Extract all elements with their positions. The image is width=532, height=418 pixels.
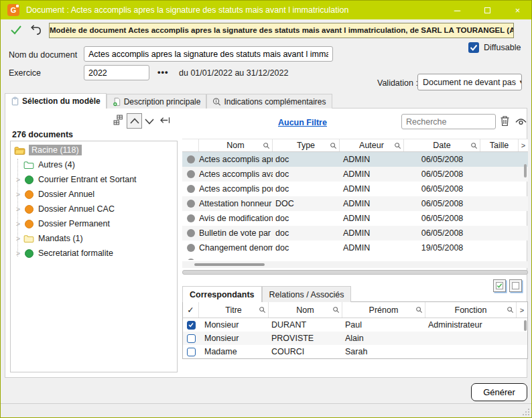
table-row[interactable]: Changement denomin doc ADMIN 19/05/2008	[182, 240, 528, 255]
validation-dropdown[interactable]: Document ne devant pas ▼	[417, 74, 522, 90]
tab-relations-associes[interactable]: Relations / Associés	[262, 286, 352, 302]
validate-button[interactable]	[9, 23, 23, 38]
undo-button[interactable]	[29, 23, 44, 38]
tab-indications-complementaires[interactable]: Indications complémentaires	[206, 94, 332, 109]
tab-description-principale[interactable]: Description principale	[107, 94, 207, 109]
columns-scroll-right-icon[interactable]: >	[519, 139, 528, 151]
tree-item-dossier-permanent[interactable]: > Dossier Permanent	[11, 216, 177, 231]
column-header-nom[interactable]: Nom	[269, 302, 342, 318]
table-row[interactable]: Bulletin de vote par co doc ADMIN 06/05/…	[182, 226, 528, 240]
titlebar: G Document : Actes accomplis apres la si…	[1, 1, 532, 19]
preview-button[interactable]	[515, 117, 527, 128]
documents-table-body: Actes accomplis apres doc ADMIN 06/05/20…	[182, 152, 528, 260]
clear-search-button[interactable]	[500, 115, 510, 129]
tree-expand-icon[interactable]: >	[13, 220, 23, 228]
tree-expand-icon[interactable]: >	[13, 205, 23, 213]
column-header-auteur[interactable]: Auteur	[340, 139, 404, 151]
close-button[interactable]: ×	[503, 1, 532, 19]
filter-link[interactable]: Aucun Filtre	[278, 118, 327, 127]
tree-expand-icon[interactable]: >	[13, 190, 23, 198]
checked-box-icon	[496, 282, 503, 289]
vertical-scrollbar-thumb[interactable]	[524, 320, 527, 331]
tree-expand-icon[interactable]: >	[13, 249, 23, 257]
status-column-header[interactable]	[182, 139, 199, 151]
deselect-all-button[interactable]	[509, 279, 522, 292]
search-icon[interactable]	[259, 306, 266, 314]
statusbar	[1, 404, 532, 418]
check-icon	[9, 24, 23, 36]
search-icon[interactable]	[330, 142, 337, 149]
vertical-scrollbar-thumb[interactable]	[524, 164, 527, 178]
columns-scroll-right-icon[interactable]: >	[517, 302, 527, 318]
document-dialog: G Document : Actes accomplis apres la si…	[0, 0, 532, 418]
move-up-button[interactable]	[127, 113, 142, 129]
column-header-taille[interactable]: Taille	[480, 139, 519, 151]
tree-item-racine[interactable]: Racine (118)	[11, 143, 177, 157]
orange-dot-icon	[25, 205, 34, 214]
column-header-date[interactable]: Date	[404, 139, 480, 151]
maximize-button[interactable]	[472, 1, 503, 19]
search-input[interactable]	[401, 114, 496, 129]
chevron-down-icon: ▼	[519, 79, 522, 85]
correspondent-row[interactable]: Madame COURCI Sarah	[183, 345, 527, 358]
search-icon[interactable]	[332, 306, 340, 314]
green-dot-icon	[25, 176, 34, 184]
tree-item-label: Secretariat formalite	[38, 249, 113, 258]
tab-correspondants[interactable]: Correspondants	[182, 286, 262, 302]
tree-item-autres[interactable]: Autres (4)	[11, 157, 177, 172]
tree-item-courrier[interactable]: > Courrier Entrant et Sortant	[11, 172, 177, 187]
column-header-prenom[interactable]: Prénom	[342, 302, 425, 318]
collapse-all-button[interactable]	[159, 116, 171, 127]
green-dot-icon	[25, 249, 34, 258]
exercise-picker-button[interactable]: •••	[157, 67, 169, 77]
correspondent-row[interactable]: Monsieur PROVISTE Alain	[183, 332, 527, 345]
generate-button[interactable]: Générer	[471, 383, 527, 401]
row-checkbox[interactable]	[187, 334, 196, 343]
panel-splitter[interactable]	[182, 270, 528, 275]
exercise-input[interactable]	[84, 65, 149, 80]
search-icon[interactable]	[415, 306, 423, 314]
row-checkbox-checked[interactable]	[187, 321, 196, 330]
tree-item-label: Dossier Annuel	[38, 190, 94, 199]
organize-tree-button[interactable]	[113, 115, 124, 128]
table-row[interactable]: Actes accomplis apres doc ADMIN 06/05/20…	[182, 152, 528, 167]
tree-expand-icon[interactable]: >	[13, 234, 23, 242]
tree-expand-icon[interactable]: >	[13, 176, 23, 184]
correspondents-tabs: Correspondants Relations / Associés	[182, 286, 351, 302]
tree-item-label: Mandats (1)	[38, 234, 83, 243]
tree-item-dossier-annuel-cac[interactable]: > Dossier Annuel CAC	[11, 202, 177, 216]
tab-selection-du-modele[interactable]: Sélection du modèle	[5, 93, 107, 109]
tree-item-label: Courrier Entrant et Sortant	[38, 175, 137, 184]
tree-item-dossier-annuel[interactable]: > Dossier Annuel	[11, 187, 177, 202]
checkmark-icon	[468, 42, 479, 53]
column-header-nom[interactable]: Nom	[199, 139, 273, 151]
scrollbar-thumb[interactable]	[194, 263, 265, 266]
document-name-label: Nom du document	[9, 50, 77, 60]
row-checkbox[interactable]	[187, 348, 196, 356]
table-row[interactable]: Attestation honneur d DOC ADMIN 06/05/20…	[182, 196, 528, 211]
document-name-input[interactable]	[84, 46, 333, 62]
minimize-button[interactable]: ─	[442, 1, 472, 19]
column-header-type[interactable]: Type	[273, 139, 340, 151]
table-row[interactable]: Actes accomplis avant doc ADMIN 06/05/20…	[182, 167, 528, 182]
move-down-button[interactable]	[145, 117, 154, 127]
correspondent-row[interactable]: Monsieur DURANT Paul Administrateur	[183, 318, 527, 332]
status-dot-icon	[187, 185, 195, 193]
column-header-fonction[interactable]: Fonction	[425, 302, 517, 318]
tab-label: Sélection du modèle	[22, 96, 101, 106]
column-header-titre[interactable]: Titre	[199, 302, 269, 318]
resize-grip[interactable]	[522, 408, 530, 416]
search-icon[interactable]	[263, 142, 270, 149]
table-row[interactable]: Actes accomplis pour doc ADMIN 06/05/200…	[182, 182, 528, 196]
tree-item-secretariat[interactable]: > Secretariat formalite	[11, 246, 177, 261]
horizontal-scrollbar[interactable]	[182, 261, 528, 268]
tree-item-mandats[interactable]: > Mandats (1)	[11, 231, 177, 246]
search-icon[interactable]	[507, 306, 514, 314]
diffusable-checkbox[interactable]	[468, 42, 479, 53]
select-all-button[interactable]	[493, 279, 506, 292]
table-row[interactable]: Avis de modification s doc ADMIN 06/05/2…	[182, 211, 528, 226]
check-column-header[interactable]: ✓	[183, 302, 199, 318]
search-icon[interactable]	[470, 142, 478, 149]
chevron-down-icon	[145, 119, 154, 125]
search-icon[interactable]	[394, 142, 401, 149]
